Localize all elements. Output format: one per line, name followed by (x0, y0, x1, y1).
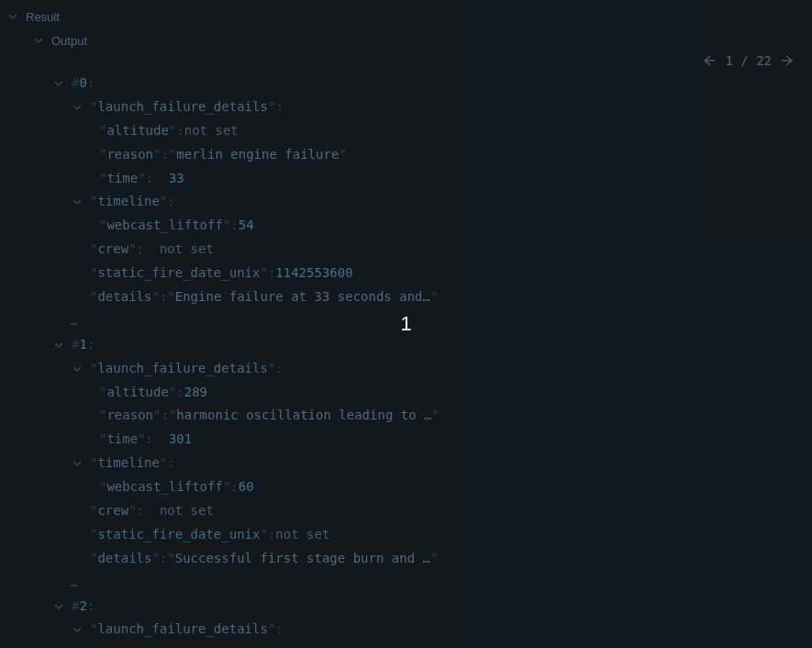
tree-key-row[interactable]: "timeline": (51, 452, 812, 475)
key-label: webcast_liftoff (106, 475, 222, 499)
index-value: 1 (79, 333, 86, 357)
pagination: 1 / 22 (0, 53, 812, 72)
value-notset: not set (184, 119, 239, 143)
index-marker: # (72, 595, 79, 619)
key-label: altitude (106, 381, 168, 405)
key-label: static_fire_date_unix (97, 523, 260, 547)
output-header: Output (0, 29, 812, 53)
tree-leaf-row: "static_fire_date_unix":not set (51, 523, 812, 547)
key-label: webcast_liftoff (106, 214, 222, 238)
value-number: 33 (169, 167, 184, 191)
tree-leaf-row: "webcast_liftoff":60 (51, 475, 812, 499)
value-number: 289 (184, 381, 207, 405)
key-label: launch_failure_details (97, 618, 267, 642)
tree-leaf-row: "reason":"merlin engine failure" (51, 143, 812, 167)
overlay-number: 1 (400, 312, 411, 336)
result-label: Result (26, 10, 60, 24)
key-label: reason (106, 404, 153, 428)
value-number: 301 (169, 428, 192, 452)
tree-leaf-row: "reason":"harmonic oscillation leading t… (51, 404, 812, 428)
index-marker: # (72, 72, 79, 95)
tree-index-row[interactable]: #1: (51, 333, 812, 357)
tree-key-row[interactable]: "launch_failure_details": (51, 95, 812, 119)
chevron-down-icon[interactable] (70, 622, 84, 637)
page-indicator: 1 / 22 (725, 53, 772, 68)
chevron-down-icon[interactable] (70, 362, 84, 376)
value-number: 54 (239, 214, 254, 238)
value-string: merlin engine failure (176, 143, 339, 167)
arrow-right-icon[interactable] (781, 53, 795, 68)
value-notset: not set (160, 499, 214, 523)
tree-leaf-row: "altitude":289 (51, 381, 812, 405)
index-value: 2 (79, 595, 86, 619)
key-label: static_fire_date_unix (97, 262, 260, 285)
value-string: Engine failure at 33 seconds and… (175, 285, 430, 309)
key-label: time (106, 167, 138, 191)
output-label: Output (51, 34, 87, 48)
chevron-down-icon[interactable] (6, 9, 20, 24)
index-value: 0 (79, 72, 86, 95)
key-label: details (97, 285, 151, 309)
value-number: 1142553600 (275, 262, 352, 285)
tree-leaf-row: "webcast_liftoff":54 (51, 214, 812, 238)
value-notset: not set (160, 238, 214, 262)
key-label: timeline (97, 452, 159, 475)
result-header: Result (0, 0, 812, 29)
tree-leaf-row: "details":"Engine failure at 33 seconds … (51, 285, 812, 309)
tree-key-row[interactable]: "launch_failure_details": (51, 357, 812, 381)
key-label: reason (106, 143, 153, 167)
chevron-down-icon[interactable] (70, 195, 84, 209)
json-tree: #0: "launch_failure_details": "altitude"… (0, 72, 812, 642)
tree-index-row[interactable]: #0: (51, 72, 812, 95)
tree-leaf-row: "static_fire_date_unix":1142553600 (51, 262, 812, 285)
value-number: 60 (239, 475, 254, 499)
chevron-down-icon[interactable] (51, 599, 66, 614)
key-label: crew (97, 499, 128, 523)
tree-leaf-row: "altitude":not set (51, 119, 812, 143)
ellipsis-row[interactable]: … (51, 571, 812, 595)
chevron-down-icon[interactable] (31, 33, 46, 48)
tree-leaf-row: "time": 301 (51, 428, 812, 452)
index-marker: # (72, 333, 79, 357)
tree-key-row[interactable]: "launch_failure_details": (51, 618, 812, 642)
key-label: altitude (106, 119, 168, 143)
tree-leaf-row: "crew": not set (51, 238, 812, 262)
chevron-down-icon[interactable] (70, 100, 84, 115)
key-label: time (106, 428, 138, 452)
tree-key-row[interactable]: "timeline": (51, 190, 812, 214)
tree-leaf-row: "crew": not set (51, 499, 812, 523)
tree-index-row[interactable]: #2: (51, 595, 812, 619)
arrow-left-icon[interactable] (701, 53, 716, 68)
value-string: Successful first stage burn and … (175, 547, 430, 571)
tree-leaf-row: "details":"Successful first stage burn a… (51, 547, 812, 571)
value-notset: not set (275, 523, 329, 547)
key-label: crew (97, 238, 128, 262)
chevron-down-icon[interactable] (70, 456, 84, 471)
key-label: launch_failure_details (97, 357, 267, 381)
tree-leaf-row: "time": 33 (51, 167, 812, 191)
ellipsis-row[interactable]: … (51, 309, 812, 333)
key-label: details (97, 547, 151, 571)
chevron-down-icon[interactable] (51, 76, 66, 91)
value-string: harmonic oscillation leading to … (176, 404, 431, 428)
chevron-down-icon[interactable] (51, 338, 66, 352)
key-label: launch_failure_details (97, 95, 267, 119)
key-label: timeline (97, 190, 159, 214)
